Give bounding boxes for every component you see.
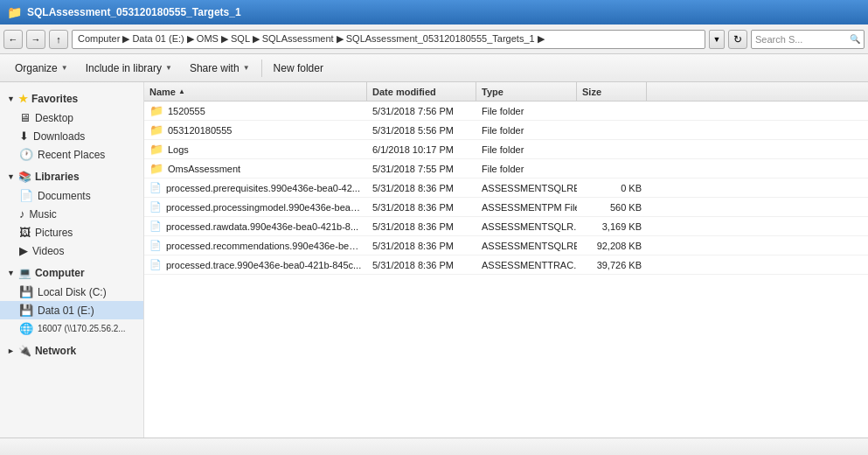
file-cell-type: File folder — [476, 140, 577, 158]
column-header-type[interactable]: Type — [476, 82, 577, 101]
new-folder-button[interactable]: New folder — [266, 58, 331, 79]
file-type: File folder — [482, 144, 524, 155]
file-name: OmsAssessment — [168, 164, 240, 174]
address-dropdown-button[interactable]: ▼ — [709, 30, 725, 49]
file-cell-name: 📄 processed.recommendations.990e436e-bea… — [144, 236, 367, 255]
sort-asc-icon: ▲ — [178, 88, 185, 95]
data01-e-icon: 💾 — [19, 304, 33, 317]
sidebar-network-header[interactable]: ► 🔌 Network — [0, 341, 143, 360]
column-header-name[interactable]: Name ▲ — [144, 82, 367, 101]
sidebar-item-data01-e[interactable]: 💾 Data 01 (E:) — [0, 301, 143, 319]
table-row[interactable]: 📁 1520555 5/31/2018 7:56 PM File folder — [144, 102, 868, 121]
computer-collapse-arrow: ▼ — [7, 269, 15, 277]
column-size-label: Size — [582, 87, 601, 97]
file-name: processed.processingmodel.990e436e-bea0-… — [166, 202, 362, 213]
table-row[interactable]: 📄 processed.rawdata.990e436e-bea0-421b-8… — [144, 217, 868, 236]
file-date: 5/31/2018 8:36 PM — [372, 202, 454, 213]
sidebar-item-local-disk-c[interactable]: 💾 Local Disk (C:) — [0, 283, 143, 301]
include-library-button[interactable]: Include in library ▼ — [78, 58, 180, 79]
organize-label: Organize — [15, 62, 58, 74]
file-cell-name: 📄 processed.processingmodel.990e436e-bea… — [144, 198, 367, 216]
file-type: ASSESSMENTSQLRE... — [482, 183, 577, 193]
title-bar-icon: 📁 — [7, 5, 22, 19]
file-date: 5/31/2018 8:36 PM — [372, 183, 454, 193]
favorites-label: Favorites — [31, 93, 78, 105]
file-cell-type: ASSESSMENTSQLRE... — [476, 178, 577, 197]
column-header-size[interactable]: Size — [577, 82, 647, 101]
column-name-label: Name — [149, 87, 176, 97]
table-row[interactable]: 📄 processed.trace.990e436e-bea0-421b-845… — [144, 256, 868, 275]
new-folder-label: New folder — [274, 62, 323, 74]
file-icon: 📄 — [149, 182, 162, 193]
share-with-label: Share with — [190, 62, 240, 74]
table-row[interactable]: 📁 Logs 6/1/2018 10:17 PM File folder — [144, 140, 868, 159]
file-cell-name: 📄 processed.rawdata.990e436e-bea0-421b-8… — [144, 217, 367, 235]
file-name: 053120180555 — [168, 125, 232, 136]
organize-dropdown-arrow: ▼ — [61, 64, 68, 72]
forward-button[interactable]: → — [26, 30, 45, 49]
file-cell-type: ASSESSMENTTRAC... — [476, 256, 577, 274]
search-label: Search S... — [755, 34, 802, 45]
sidebar-item-recent-places[interactable]: 🕐 Recent Places — [0, 145, 143, 164]
sidebar-item-documents[interactable]: 📄 Documents — [0, 186, 143, 205]
organize-button[interactable]: Organize ▼ — [7, 58, 76, 79]
share-with-button[interactable]: Share with ▼ — [182, 58, 258, 79]
file-type: File folder — [482, 106, 524, 116]
file-cell-date: 5/31/2018 8:36 PM — [367, 178, 476, 197]
file-cell-type: ASSESSMENTSQLR... — [476, 217, 577, 235]
file-cell-date: 5/31/2018 8:36 PM — [367, 217, 476, 235]
file-cell-name: 📁 Logs — [144, 140, 367, 158]
sidebar-computer-header[interactable]: ▼ 💻 Computer — [0, 263, 143, 283]
network-drive-icon: 🌐 — [19, 322, 33, 335]
file-name: processed.recommendations.990e436e-bea..… — [166, 241, 362, 251]
computer-label: Computer — [35, 267, 85, 279]
sidebar-item-recent-places-label: Recent Places — [38, 149, 105, 161]
sidebar-item-videos[interactable]: ▶ Videos — [0, 242, 143, 260]
share-with-dropdown-arrow: ▼ — [243, 64, 250, 72]
file-cell-name: 📄 processed.trace.990e436e-bea0-421b-845… — [144, 256, 367, 274]
search-box[interactable]: Search S... 🔍 — [751, 30, 865, 49]
file-size: 92,208 KB — [597, 241, 642, 251]
sidebar-item-videos-label: Videos — [32, 245, 64, 257]
up-button[interactable]: ↑ — [49, 30, 68, 49]
column-header-date[interactable]: Date modified — [367, 82, 476, 101]
sidebar-item-network-drive-label: 16007 (\\170.25.56.2... — [38, 324, 126, 333]
sidebar-item-network-drive[interactable]: 🌐 16007 (\\170.25.56.2... — [0, 319, 143, 338]
sidebar-libraries-header[interactable]: ▼ 📚 Libraries — [0, 167, 143, 186]
table-row[interactable]: 📄 processed.prerequisites.990e436e-bea0-… — [144, 178, 868, 198]
toolbar-separator — [261, 60, 262, 77]
file-type: File folder — [482, 164, 524, 174]
file-cell-type: File folder — [476, 159, 577, 178]
videos-icon: ▶ — [19, 244, 28, 257]
back-button[interactable]: ← — [3, 30, 23, 49]
file-size: 0 KB — [621, 183, 642, 193]
address-path[interactable]: Computer ▶ Data 01 (E:) ▶ OMS ▶ SQL ▶ SQ… — [72, 30, 705, 49]
file-cell-type: File folder — [476, 121, 577, 139]
title-bar: 📁 SQLAssessment_053120180555_Targets_1 — [0, 0, 868, 24]
computer-icon: 💻 — [18, 267, 31, 279]
file-cell-date: 5/31/2018 7:56 PM — [367, 102, 476, 120]
file-size: 3,169 KB — [602, 221, 642, 232]
sidebar-item-desktop[interactable]: 🖥 Desktop — [0, 108, 143, 127]
file-date: 5/31/2018 5:56 PM — [372, 125, 454, 136]
sidebar-item-music[interactable]: ♪ Music — [0, 205, 143, 223]
file-date: 6/1/2018 10:17 PM — [372, 144, 454, 155]
column-date-label: Date modified — [372, 87, 436, 97]
file-cell-date: 5/31/2018 8:36 PM — [367, 236, 476, 255]
file-date: 5/31/2018 8:36 PM — [372, 241, 454, 251]
sidebar-favorites-header[interactable]: ▼ ★ Favorites — [0, 89, 143, 108]
file-cell-date: 5/31/2018 7:55 PM — [367, 159, 476, 178]
sidebar-item-desktop-label: Desktop — [35, 112, 73, 124]
file-rows-container: 📁 1520555 5/31/2018 7:56 PM File folder … — [144, 102, 868, 275]
file-cell-date: 6/1/2018 10:17 PM — [367, 140, 476, 158]
main-area: ▼ ★ Favorites 🖥 Desktop ⬇ Downloads 🕐 Re… — [0, 82, 868, 438]
folder-icon: 📁 — [149, 162, 163, 175]
file-type: ASSESSMENTSQLRE... — [482, 241, 577, 251]
refresh-button[interactable]: ↻ — [728, 30, 747, 49]
sidebar-item-downloads[interactable]: ⬇ Downloads — [0, 127, 143, 145]
table-row[interactable]: 📄 processed.processingmodel.990e436e-bea… — [144, 198, 868, 217]
table-row[interactable]: 📄 processed.recommendations.990e436e-bea… — [144, 236, 868, 256]
table-row[interactable]: 📁 OmsAssessment 5/31/2018 7:55 PM File f… — [144, 159, 868, 178]
table-row[interactable]: 📁 053120180555 5/31/2018 5:56 PM File fo… — [144, 121, 868, 140]
sidebar-item-pictures[interactable]: 🖼 Pictures — [0, 223, 143, 242]
